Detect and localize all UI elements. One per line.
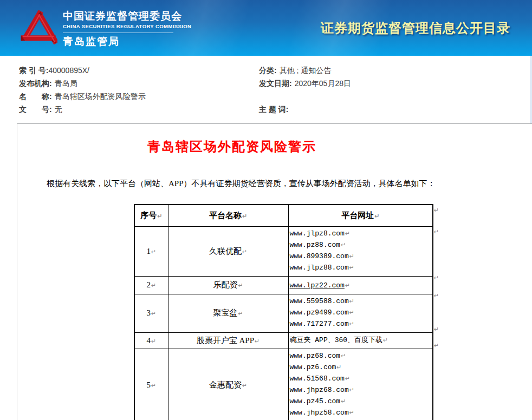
url-line: 豌豆夹 APP、360、百度下载↵ (290, 334, 433, 346)
meta-subject-label: 主 题 词: (259, 105, 288, 114)
url-line: www.899389.com↵ (290, 251, 433, 262)
url-text: www.pz6.com (290, 363, 336, 371)
url-text: www.559588.com (290, 297, 349, 305)
paragraph-mark: ↵ (242, 248, 247, 255)
paragraph-mark: ↵ (345, 375, 350, 382)
document-intro: 根据有关线索，以下平台（网站、APP）不具有证券期货经营资质，宣传从事场外配资活… (30, 178, 436, 189)
table-row: 1↵久联优配↵www.jlpz8.com↵www.pz88.com↵www.89… (134, 226, 433, 276)
url-text: www.pz88.com (290, 241, 341, 249)
row-end-paragraph-mark: ↵ (434, 228, 439, 235)
org-block: 中国证券监督管理委员会 CHINA SECURITIES REGULATORY … (63, 10, 191, 48)
org-divider (63, 32, 173, 33)
url-text: www.899389.com (290, 252, 349, 260)
url-text: www.jhpz58.com (290, 409, 349, 417)
table-cell-urls: www.lpz22.com↵ (288, 276, 433, 294)
page-header: 中国证券监督管理委员会 CHINA SECURITIES REGULATORY … (0, 0, 532, 56)
org-name-en: CHINA SECURITIES REGULATORY COMMISSION (63, 23, 191, 30)
paragraph-mark: ↵ (345, 282, 350, 289)
meta-index-label: 索 引 号: (19, 66, 48, 75)
url-line: www.pz45.com↵ (290, 396, 433, 407)
paragraph-mark: ↵ (349, 298, 354, 305)
meta-issuer: 发布机构:青岛局 (19, 79, 259, 92)
paragraph-mark: ↵ (349, 386, 354, 393)
url-text: www.jhpz68.com (290, 386, 349, 394)
paragraph-mark: ↵ (345, 230, 350, 237)
row-end-paragraph-mark: ↵ (434, 292, 439, 299)
document-title: 青岛辖区场外配资风险警示 (147, 138, 316, 155)
meta-index: 索 引 号:40000895X/ (19, 66, 259, 79)
url-line: www.jlpz88.com↵ (290, 262, 433, 273)
paragraph-mark: ↵ (341, 352, 346, 359)
url-text: www.jlpz88.com (290, 264, 349, 272)
table-row: 2↵乐配资↵www.lpz22.com↵ (134, 276, 433, 294)
metadata-panel: 索 引 号:40000895X/ 分类:其他 ; 通知公告 发布机构:青岛局 发… (0, 56, 532, 123)
paragraph-mark: ↵ (151, 310, 156, 317)
paragraph-mark: ↵ (349, 320, 354, 327)
row-end-paragraph-mark: ↵ (434, 326, 439, 333)
meta-docno: 文 号:无 (19, 105, 259, 118)
paragraph-mark: ↵ (151, 382, 156, 389)
url-text: www.pz45.com (290, 397, 341, 405)
table-cell-no: 4↵ (134, 332, 168, 349)
paragraph-mark: ↵ (242, 382, 247, 389)
url-line: www.pz9499.com↵ (290, 307, 433, 318)
paragraph-mark: ↵ (157, 213, 162, 220)
table-header-cell: 平台名称↵ (168, 205, 288, 226)
url-text: www.pz68.com (290, 352, 341, 360)
table-cell-no: 2↵ (134, 276, 168, 294)
url-text: 豌豆夹 APP、360、百度下载 (290, 336, 383, 344)
document-panel: 青岛辖区场外配资风险警示 根据有关线索，以下平台（网站、APP）不具有证券期货经… (17, 123, 532, 420)
row-end-paragraph-mark: ↵ (434, 342, 439, 349)
banner-title: 证券期货监督管理信息公开目录 (321, 19, 510, 37)
paragraph-mark: ↵ (349, 409, 354, 416)
org-name-cn: 中国证券监督管理委员会 (63, 10, 191, 23)
paragraph-mark: ↵ (349, 309, 354, 316)
paragraph-mark: ↵ (336, 364, 341, 371)
table-cell-urls: www.jlpz8.com↵www.pz88.com↵www.899389.co… (288, 226, 433, 276)
bureau-name: 青岛监管局 (63, 35, 191, 48)
meta-name-value: 青岛辖区场外配资风险警示 (55, 92, 146, 101)
url-link[interactable]: www.lpz22.com (290, 281, 345, 290)
url-line: www.pz88.com↵ (290, 239, 433, 251)
table-cell-no: 1↵ (134, 226, 168, 276)
meta-category: 分类:其他 ; 通知公告 (259, 66, 532, 79)
paragraph-mark: ↵ (349, 253, 354, 260)
url-line: www.51568.com↵ (290, 373, 433, 384)
table-header-cell: 序号↵ (134, 205, 168, 226)
meta-name: 名 称:青岛辖区场外配资风险警示 (19, 92, 259, 105)
paragraph-mark: ↵ (238, 310, 243, 317)
meta-date-value: 2020年05月28日 (295, 79, 351, 88)
meta-category-value: 其他 ; 通知公告 (280, 66, 332, 75)
table-header-cell: 平台网址↵ (288, 205, 433, 226)
row-end-paragraph-mark: ↵ (434, 207, 439, 214)
paragraph-mark: ↵ (383, 337, 388, 344)
meta-issuer-label: 发布机构: (19, 79, 52, 88)
meta-subject: 主 题 词: (259, 105, 532, 118)
url-line: www.lpz22.com↵ (290, 280, 433, 291)
table-cell-urls: www.pz68.com↵www.pz6.com↵www.51568.com↵w… (288, 349, 433, 420)
table-cell-urls: www.559588.com↵www.pz9499.com↵www.717277… (288, 294, 433, 332)
paragraph-mark: ↵ (374, 213, 379, 220)
table-cell-name: 乐配资↵ (168, 276, 288, 294)
url-line: www.559588.com↵ (290, 296, 433, 307)
row-end-paragraph-mark: ↵ (434, 274, 439, 281)
table-cell-no: 5↵ (134, 349, 168, 420)
table-cell-no: 3↵ (134, 294, 168, 332)
platform-table: 序号↵平台名称↵平台网址↵ 1↵久联优配↵www.jlpz8.com↵www.p… (134, 204, 433, 420)
meta-docno-value: 无 (55, 105, 62, 114)
paragraph-mark: ↵ (151, 248, 156, 255)
platform-table-wrap: 序号↵平台名称↵平台网址↵ 1↵久联优配↵www.jlpz8.com↵www.p… (134, 204, 433, 420)
meta-index-value: 40000895X/ (48, 66, 89, 75)
meta-date-label: 发文日期: (259, 79, 292, 88)
url-line: www.jlpz8.com↵ (290, 228, 433, 239)
paragraph-mark: ↵ (341, 241, 346, 248)
url-text: www.717277.com (290, 320, 349, 328)
table-cell-name: 久联优配↵ (168, 226, 288, 276)
table-cell-name: 股票开户宝 APP↵ (168, 332, 288, 349)
url-text: www.jlpz8.com (290, 229, 345, 238)
meta-issuer-value: 青岛局 (55, 79, 77, 88)
url-line: www.jhpz58.com↵ (290, 407, 433, 418)
paragraph-mark: ↵ (341, 398, 346, 405)
meta-date: 发文日期:2020年05月28日 (259, 79, 532, 92)
url-text: www.51568.com (290, 375, 345, 383)
